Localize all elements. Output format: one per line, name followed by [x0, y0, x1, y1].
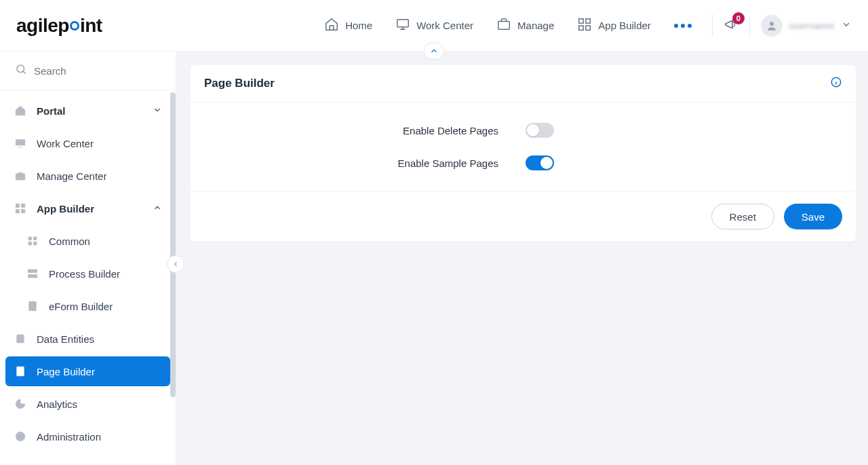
- brand-text-left: agilep: [16, 15, 69, 37]
- svg-rect-14: [28, 237, 32, 240]
- sidebar-item-label: Process Builder: [49, 268, 120, 280]
- sidebar-item-eform-builder[interactable]: eForm Builder: [5, 291, 170, 321]
- flow-icon: [26, 267, 39, 280]
- sidebar-item-common[interactable]: Common: [5, 226, 170, 256]
- chevron-down-icon: [841, 19, 852, 33]
- toggle-knob: [527, 124, 539, 136]
- toggle-knob: [540, 157, 553, 169]
- sidebar-item-analytics[interactable]: Analytics: [5, 389, 170, 419]
- info-icon: [830, 79, 842, 90]
- profile-name: username: [789, 20, 834, 31]
- sidebar: Portal Work Center Manage Center App Bui…: [0, 52, 176, 465]
- clipboard-icon: [26, 299, 39, 313]
- svg-rect-21: [17, 335, 24, 343]
- panel-footer: Reset Save: [191, 191, 856, 242]
- sidebar-item-app-builder[interactable]: App Builder: [5, 193, 170, 223]
- brand-text-right: int: [80, 15, 102, 37]
- sidebar-item-label: Data Entities: [37, 333, 94, 345]
- nav-work-center-label: Work Center: [416, 20, 473, 31]
- nav-app-builder-label: App Builder: [598, 20, 651, 31]
- top-bar: agilep int Home Work Center Manage: [0, 0, 868, 52]
- sidebar-item-label: Analytics: [37, 398, 77, 410]
- svg-rect-10: [16, 204, 19, 207]
- divider: [712, 14, 713, 37]
- grid-icon: [577, 17, 592, 34]
- sidebar-item-administration[interactable]: Administration: [5, 422, 170, 451]
- setting-enable-delete-pages: Enable Delete Pages: [207, 123, 840, 138]
- panel-body: Enable Delete Pages Enable Sample Pages: [191, 103, 856, 191]
- svg-point-7: [17, 65, 24, 73]
- sidebar-item-data-entities[interactable]: Data Entities: [5, 324, 170, 354]
- sidebar-item-label: Work Center: [37, 138, 94, 149]
- database-icon: [14, 332, 27, 346]
- svg-rect-13: [22, 210, 25, 213]
- brand-logo: agilep int: [16, 15, 102, 37]
- panel-title: Page Builder: [204, 77, 275, 90]
- monitor-icon: [395, 17, 410, 34]
- sidebar-collapse-button[interactable]: [167, 255, 184, 273]
- home-icon: [324, 17, 339, 34]
- search-input[interactable]: [34, 65, 161, 77]
- briefcase-icon: [14, 169, 27, 183]
- notifications-button[interactable]: 0: [724, 17, 738, 35]
- sidebar-item-label: Manage Center: [37, 170, 106, 182]
- home-icon: [14, 104, 27, 117]
- sidebar-item-label: eForm Builder: [49, 301, 113, 312]
- sidebar-item-label: App Builder: [37, 203, 94, 215]
- sidebar-search[interactable]: [0, 52, 176, 90]
- nav-more-button[interactable]: [674, 24, 692, 28]
- grid-small-icon: [26, 234, 39, 248]
- info-button[interactable]: [830, 76, 842, 91]
- svg-rect-16: [28, 242, 32, 246]
- nav-app-builder[interactable]: App Builder: [577, 17, 651, 34]
- reset-button[interactable]: Reset: [711, 204, 774, 229]
- sidebar-item-work-center[interactable]: Work Center: [5, 128, 170, 158]
- sidebar-item-label: Administration: [37, 431, 101, 443]
- svg-rect-1: [498, 21, 510, 29]
- sidebar-item-label: Page Builder: [37, 366, 95, 377]
- nav-home-label: Home: [345, 20, 372, 31]
- svg-rect-18: [28, 269, 37, 273]
- monitor-icon: [14, 136, 27, 150]
- page-icon: [14, 365, 27, 378]
- svg-point-24: [19, 434, 22, 437]
- nav-manage-label: Manage: [517, 20, 554, 31]
- topbar-collapse-button[interactable]: [424, 42, 444, 60]
- svg-rect-2: [579, 19, 583, 23]
- save-button[interactable]: Save: [784, 204, 842, 229]
- svg-rect-17: [34, 242, 37, 246]
- svg-rect-0: [397, 20, 409, 27]
- svg-rect-4: [579, 26, 583, 30]
- svg-rect-8: [16, 140, 25, 145]
- sidebar-scrollbar[interactable]: [170, 92, 176, 397]
- profile-menu[interactable]: username: [761, 15, 852, 37]
- sidebar-item-portal[interactable]: Portal: [5, 96, 170, 126]
- svg-rect-3: [586, 19, 590, 23]
- brand-dot-icon: [70, 21, 79, 31]
- enable-sample-toggle[interactable]: [526, 155, 554, 170]
- page-builder-panel: Page Builder Enable Delete Pages Enable …: [191, 65, 856, 242]
- nav-manage[interactable]: Manage: [496, 17, 554, 34]
- briefcase-icon: [496, 17, 511, 34]
- grid-icon: [14, 202, 27, 215]
- setting-label: Enable Sample Pages: [207, 157, 526, 169]
- svg-rect-11: [22, 204, 25, 207]
- svg-rect-15: [34, 237, 37, 240]
- svg-rect-22: [17, 367, 24, 376]
- notification-badge: 0: [732, 12, 745, 24]
- sidebar-item-manage-center[interactable]: Manage Center: [5, 161, 170, 191]
- top-right: 0 username: [712, 14, 852, 37]
- svg-rect-12: [16, 210, 19, 213]
- top-nav: Home Work Center Manage App Builder: [324, 17, 692, 34]
- setting-enable-sample-pages: Enable Sample Pages: [207, 155, 840, 170]
- nav-work-center[interactable]: Work Center: [395, 17, 473, 34]
- setting-label: Enable Delete Pages: [207, 125, 526, 136]
- divider: [749, 14, 750, 37]
- sidebar-item-page-builder[interactable]: Page Builder: [5, 356, 170, 386]
- main-content: Page Builder Enable Delete Pages Enable …: [176, 52, 868, 465]
- sidebar-item-process-builder[interactable]: Process Builder: [5, 259, 170, 289]
- nav-home[interactable]: Home: [324, 17, 372, 34]
- enable-delete-toggle[interactable]: [526, 123, 554, 138]
- sidebar-nav: Portal Work Center Manage Center App Bui…: [0, 90, 176, 454]
- sidebar-item-label: Portal: [37, 105, 66, 117]
